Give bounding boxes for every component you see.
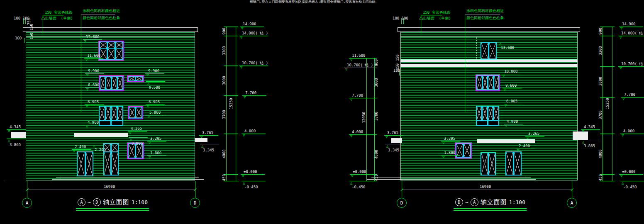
elevation-marker-triangle: ▽ <box>442 141 444 145</box>
elevation-marker-value: -0.450 <box>623 185 637 189</box>
elevation-marker-line <box>618 66 644 67</box>
window <box>128 76 143 81</box>
elevation-marker-value: 7.700 <box>352 94 363 97</box>
window-pane <box>136 107 141 117</box>
dim-value: 900 <box>222 28 226 34</box>
window-pane <box>129 107 135 117</box>
elevation-marker-triangle: △ <box>243 181 245 185</box>
dim-value: 900 <box>599 28 603 34</box>
canopy-band <box>573 131 588 140</box>
elevation-marker-triangle: ▽ <box>200 135 202 139</box>
canopy-band <box>400 59 578 62</box>
leader-line <box>465 15 500 15</box>
window <box>99 41 123 60</box>
dim-text: 150 150 <box>396 54 400 70</box>
elevation-marker-triangle: ▽ <box>148 115 150 119</box>
elevation-marker-triangle: ▽ <box>86 73 88 77</box>
dim-text: 100 <box>393 69 400 73</box>
elevation-marker-triangle: ▽ <box>442 155 444 159</box>
elevation-marker-value: 10.000 <box>504 70 518 73</box>
window <box>129 107 142 118</box>
elevation-marker-value: 9.500 <box>149 86 160 90</box>
dim-chain-line <box>236 27 236 181</box>
elevation-marker-triangle: △ <box>201 144 203 148</box>
dim-total-value: 15350 <box>229 98 233 109</box>
window <box>99 106 123 126</box>
elevation-marker-triangle: ▽ <box>86 125 88 129</box>
door-pane <box>104 152 110 175</box>
dim-value: 3300 <box>222 46 226 55</box>
window-pane <box>108 42 115 48</box>
window <box>476 106 499 126</box>
door <box>505 151 522 175</box>
elevation-marker-triangle: ▽ <box>527 136 529 140</box>
annotation-note: 凸出墙面 (单侧) <box>420 17 451 20</box>
dim-tick <box>600 36 615 36</box>
door-row <box>78 152 93 175</box>
window-pane <box>106 107 111 120</box>
elevation-marker-triangle: ▽ <box>149 141 151 145</box>
parapet-band <box>398 27 580 32</box>
view-title-left: A ~ D 轴立面图 1:100 <box>78 198 148 206</box>
window-pane <box>488 121 499 125</box>
window-pane <box>108 49 115 59</box>
elevation-marker-line <box>242 95 266 96</box>
window-pane <box>136 77 142 80</box>
elevation-marker-triangle: ▽ <box>243 134 245 137</box>
elevation-marker-line <box>619 27 643 27</box>
elevation-marker-value: 14.000( 结 ) <box>621 32 644 35</box>
window-row <box>477 76 498 89</box>
door-pane <box>506 152 513 175</box>
window-pane <box>494 107 498 120</box>
ground-step-line <box>376 176 526 176</box>
axis-bubble-A[interactable]: A <box>22 198 32 208</box>
elevation-marker-value: 14.900 <box>243 22 256 26</box>
elevation-marker-triangle: ▽ <box>86 88 88 91</box>
ground-step-line <box>56 178 199 178</box>
axis-bubble-D[interactable]: D <box>397 198 407 208</box>
elevation-marker-triangle: ▽ <box>622 97 624 101</box>
door <box>481 152 496 175</box>
axis-bubble-D[interactable]: D <box>190 198 200 208</box>
window-row <box>481 43 496 58</box>
door-pane <box>481 153 488 175</box>
elevation-marker-triangle: ▽ <box>86 105 88 108</box>
window-pane <box>106 77 111 89</box>
annotation-note: 凸出墙面 (单侧) <box>41 17 73 20</box>
door-row <box>481 153 495 175</box>
title-text: 轴立面图 <box>103 198 129 206</box>
title-underline <box>454 210 527 211</box>
window-pane <box>116 49 122 59</box>
elevation-marker-value: 4.000 <box>244 129 256 133</box>
elevation-marker-triangle: △ <box>622 181 624 185</box>
ground-step-line <box>52 179 204 180</box>
elevation-marker-triangle: ▽ <box>622 134 624 137</box>
axis-bubble-A[interactable]: A <box>567 198 577 208</box>
elevation-marker-value: 3.265 <box>528 132 539 136</box>
dim-tick <box>364 58 377 58</box>
elevation-marker-line <box>241 174 265 175</box>
elevation-marker-value: 1.800 <box>150 151 161 155</box>
drawing-canvas[interactable]: 玻璃门,应在大门两侧安有相应的防撞提示标志;若采用全玻璃门,应具有自动关闭功能。… <box>0 0 644 224</box>
elevation-marker-value: 14.900 <box>622 22 636 26</box>
door-pane <box>514 152 521 175</box>
canopy-band <box>400 64 578 67</box>
dim-tick <box>364 98 377 98</box>
general-note: 玻璃门,应在大门两侧安有相应的防撞提示标志;若采用全玻璃门,应具有自动关闭功能。 <box>250 0 378 4</box>
elevation-marker-triangle: △ <box>386 144 388 148</box>
dim-value: 4000 <box>222 149 226 158</box>
dim-tick <box>600 27 615 27</box>
window-pane <box>100 42 107 48</box>
window-row <box>100 42 122 48</box>
window-pane <box>483 107 487 120</box>
door-pane <box>489 153 495 175</box>
window-pane <box>477 107 481 120</box>
elevation-marker-triangle: ▽ <box>241 27 243 30</box>
ground-step-line <box>26 37 195 37</box>
axis-dim-value: 16900 <box>104 185 115 189</box>
window-pane <box>100 121 110 125</box>
elevation-marker-value: 3.865 <box>584 144 595 148</box>
dim-chain-line <box>366 58 367 181</box>
dim-value: 450 <box>222 174 226 181</box>
elevation-marker-triangle: ▽ <box>351 174 353 178</box>
